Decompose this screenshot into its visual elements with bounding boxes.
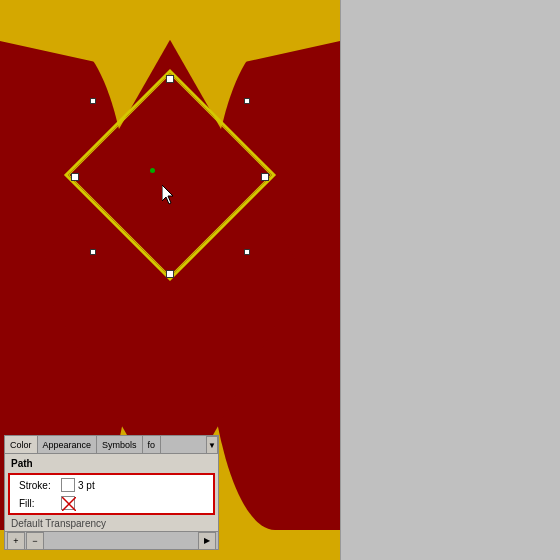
stroke-value-label: Stroke:	[19, 480, 61, 491]
tab-appearance[interactable]: Appearance	[38, 436, 98, 453]
bottom-panel-tabs: Color Appearance Symbols fo ▼	[5, 436, 218, 454]
tab-fo[interactable]: fo	[143, 436, 162, 453]
appearance-delete[interactable]: −	[26, 532, 44, 550]
tab-symbols[interactable]: Symbols	[97, 436, 143, 453]
appearance-add[interactable]: +	[7, 532, 25, 550]
bottom-left-panel: Color Appearance Symbols fo ▼ Path Strok…	[4, 435, 219, 550]
fill-value-row: Fill:	[13, 494, 210, 512]
fill-value-label: Fill:	[19, 498, 61, 509]
tab-color-bottom[interactable]: Color	[5, 436, 38, 453]
path-label: Path	[11, 458, 33, 469]
stroke-highlight-section: Stroke: 3 pt Fill:	[8, 473, 215, 515]
appearance-menu[interactable]: ▶	[198, 532, 216, 550]
path-row: Path	[5, 454, 218, 472]
bottom-scroll[interactable]: ▼	[206, 436, 218, 454]
default-transparency: Default Transparency	[5, 516, 218, 531]
right-panel: Swatches Graphic Styles shes ▲ ▼ Magenta…	[340, 0, 560, 560]
stroke-value-row: Stroke: 3 pt	[13, 476, 210, 494]
stroke-swatch[interactable]	[61, 478, 75, 492]
stroke-value: 3 pt	[78, 480, 95, 491]
fill-swatch[interactable]	[61, 496, 75, 510]
